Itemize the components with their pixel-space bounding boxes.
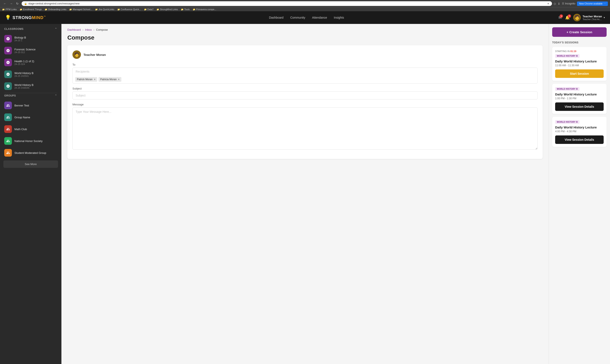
user-avatar: 🧑 xyxy=(573,14,581,21)
biology-icon xyxy=(4,35,12,42)
nav-attendance[interactable]: Attendance xyxy=(312,16,327,19)
worldhistory1-name: World History B xyxy=(14,72,57,75)
recipients-input[interactable] xyxy=(73,68,537,75)
address-text: stage-central.strongmind.com/messages/ne… xyxy=(28,2,546,5)
view-session-button-1[interactable]: View Session Details xyxy=(555,103,604,111)
sidebar-item-forensic[interactable]: Forensic Science 24-25 012 xyxy=(0,45,61,56)
bell-badge: 7 xyxy=(568,14,571,18)
bookmark-confluence[interactable]: 📁 Confluence Quick... xyxy=(117,8,141,11)
new-chrome-button[interactable]: New Chrome available ⋯ xyxy=(577,1,608,6)
worldhistory1-icon xyxy=(4,70,12,78)
see-more-button[interactable]: See More xyxy=(3,160,58,168)
sidebar-item-groupname[interactable]: Group Name xyxy=(0,111,61,123)
to-group: To Patrick Moran × Patricia Moran × xyxy=(72,63,538,84)
bookmark-tools[interactable]: 📁 Tools xyxy=(181,8,190,11)
sidebar-item-nhs[interactable]: National Honor Society xyxy=(0,135,61,147)
sidebar-item-benner[interactable]: Benner Test xyxy=(0,100,61,111)
worldhistory1-sub: 24-25 242501 xyxy=(14,75,57,77)
studentmod-icon xyxy=(4,149,12,156)
view-session-button-2[interactable]: View Session Details xyxy=(555,135,604,144)
worldhistory2-name: World History B xyxy=(14,83,57,87)
nav-right: ✉ 1 🔔 7 🧑 Teacher Moran Teacher (Test Ac… xyxy=(558,14,605,21)
main-content: Dashboard › Inbox › Compose Compose 🧑 Te… xyxy=(61,24,549,364)
remove-patricia-button[interactable]: × xyxy=(118,78,120,81)
bookmark-folder-icon: 📁 xyxy=(144,8,147,11)
bookmark-label: Confluence Quick... xyxy=(121,8,141,11)
sidebar-item-studentmod[interactable]: Student Moderated Group xyxy=(0,147,61,159)
sidebar-item-worldhistory1[interactable]: World History B 24-25 242501 xyxy=(0,68,61,80)
reload-button[interactable]: ↻ xyxy=(15,1,20,6)
bookmark-jira[interactable]: 📁 Jira QuickLinks xyxy=(95,8,114,11)
user-menu[interactable]: 🧑 Teacher Moran Teacher (Test Ac... ▾ xyxy=(573,14,605,21)
subject-input[interactable] xyxy=(72,91,538,100)
recipient-name-patricia: Patricia Moran xyxy=(100,78,117,81)
bookmark-label: Enrollment Things xyxy=(23,8,42,11)
nav-insights[interactable]: Insights xyxy=(334,16,344,19)
biology-name: Biology B xyxy=(14,36,57,39)
bookmark-strongmind[interactable]: 📁 StrongMind Links xyxy=(157,8,178,11)
session-card-3: WORLD HISTORY B Daily World History Lect… xyxy=(552,117,607,147)
session-card-2: WORLD HISTORY B Daily World History Lect… xyxy=(552,84,607,114)
create-session-button[interactable]: + Create Session xyxy=(552,27,607,37)
breadcrumb-sep-2: › xyxy=(94,28,94,31)
incognito-label: Incognito xyxy=(565,2,575,5)
mathclub-info: Math Club xyxy=(14,128,57,131)
start-session-button[interactable]: Start Session xyxy=(555,69,604,78)
nav-dashboard[interactable]: Dashboard xyxy=(269,16,284,19)
remove-patrick-button[interactable]: × xyxy=(94,78,95,81)
mathclub-name: Math Club xyxy=(14,128,57,131)
bookmark-enrollment[interactable]: 📁 Enrollment Things xyxy=(20,8,42,11)
biology-sub: 24-25 1 xyxy=(14,39,57,42)
bookmark-label: Jira QuickLinks xyxy=(98,8,114,11)
health-name: Health 1 (1 of 2) xyxy=(14,60,57,63)
sidebar-item-biology[interactable]: Biology B 24-25 1 xyxy=(0,33,61,45)
session-title-3: Daily World History Lecture xyxy=(555,126,604,129)
session-tag-3: WORLD HISTORY B xyxy=(555,120,580,124)
breadcrumb-dashboard[interactable]: Dashboard xyxy=(67,28,81,31)
nav-community[interactable]: Community xyxy=(290,16,305,19)
starting-in-label: STARTING IN xyxy=(555,50,570,52)
forensic-name: Forensic Science xyxy=(14,48,57,51)
mail-button[interactable]: ✉ 1 xyxy=(558,15,562,20)
sidebar-item-health[interactable]: Health 1 (1 of 2) 24-25 024 xyxy=(0,56,61,68)
recipient-tag-patrick: Patrick Moran × xyxy=(75,77,97,82)
session-time-1: 11:00 AM - 11:30 AM xyxy=(555,64,604,67)
classrooms-header: CLASSROOMS ⌃ xyxy=(0,27,61,33)
page-title: Compose xyxy=(61,33,549,45)
bookmark-folder-icon: 📁 xyxy=(95,8,98,11)
breadcrumb-inbox[interactable]: Inbox xyxy=(85,28,92,31)
bell-button[interactable]: 🔔 7 xyxy=(565,15,570,20)
recipient-tag-patricia: Patricia Moran × xyxy=(98,77,121,82)
bookmark-data[interactable]: 📁 Data? xyxy=(144,8,154,11)
forward-button[interactable]: → xyxy=(9,1,14,6)
subject-group: Subject xyxy=(72,87,538,100)
sidebar-item-mathclub[interactable]: Math Club xyxy=(0,123,61,135)
groups-toggle[interactable]: ⌃ xyxy=(55,94,57,97)
breadcrumb: Dashboard › Inbox › Compose xyxy=(61,24,549,33)
message-textarea[interactable] xyxy=(72,107,538,150)
profile-icon[interactable]: ◇ xyxy=(554,2,556,5)
download-icon[interactable]: ⇓ xyxy=(558,2,560,5)
recipient-tags: Patrick Moran × Patricia Moran × xyxy=(73,75,537,83)
subject-label: Subject xyxy=(72,87,538,90)
bookmark-onboarding[interactable]: 📁 Onboarding Links xyxy=(45,8,66,11)
incognito-button[interactable]: ☵ Incognito xyxy=(562,2,575,5)
sidebar-divider xyxy=(4,93,57,93)
back-button[interactable]: ← xyxy=(2,1,8,6)
bookmark-folder-icon: 📁 xyxy=(193,8,195,11)
bookmark-primavera[interactable]: 📁 Primavera compe... xyxy=(193,8,216,11)
groups-title: GROUPS xyxy=(4,94,16,97)
bookmark-ppm[interactable]: 📁 PPM Links xyxy=(2,8,17,11)
classrooms-toggle[interactable]: ⌃ xyxy=(55,27,57,31)
session-starting-label-1: STARTING IN 01:19 xyxy=(555,50,604,52)
address-bar[interactable]: 🔒 stage-central.strongmind.com/messages/… xyxy=(22,1,552,6)
bookmark-managed[interactable]: 📁 Managed School... xyxy=(69,8,92,11)
benner-name: Benner Test xyxy=(14,104,57,107)
session-card-1: STARTING IN 01:19 WORLD HISTORY B Daily … xyxy=(552,47,607,81)
bookmark-folder-icon: 📁 xyxy=(69,8,72,11)
sidebar-item-worldhistory2[interactable]: World History B 24-25 DS6545 xyxy=(0,80,61,92)
health-sub: 24-25 024 xyxy=(14,63,57,65)
browser-nav-buttons: ← → ↻ xyxy=(2,1,20,6)
star-icon[interactable]: ★ xyxy=(547,2,549,5)
new-chrome-label: New Chrome available xyxy=(579,2,603,5)
